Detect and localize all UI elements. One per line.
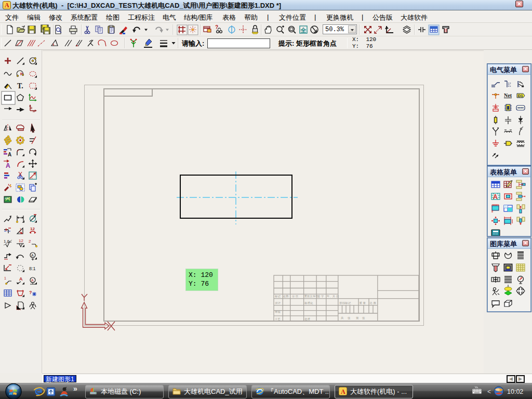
svg-text:审核: 审核	[275, 310, 281, 313]
svg-text:D1: D1	[518, 94, 524, 98]
svg-text:Net: Net	[504, 92, 512, 98]
svg-text:A: A	[19, 276, 23, 282]
svg-text:A: A	[31, 278, 34, 282]
svg-text:分 区: 分 区	[292, 295, 299, 298]
svg-text:重 量: 重 量	[360, 301, 366, 304]
svg-text:处数: 处数	[283, 295, 289, 298]
svg-text:阶段标记: 阶段标记	[340, 301, 351, 305]
svg-text:P: P	[20, 72, 23, 76]
svg-text:批准: 批准	[304, 317, 310, 321]
svg-text:标记: 标记	[274, 295, 281, 298]
svg-text:8:1: 8:1	[29, 266, 36, 271]
svg-text:A: A	[341, 388, 345, 395]
svg-text:共: 共	[341, 316, 344, 320]
svg-text:标准化: 标准化	[304, 301, 313, 305]
svg-text:1: 1	[4, 276, 6, 280]
svg-text:设计: 设计	[275, 301, 281, 304]
svg-text:2: 2	[29, 239, 31, 244]
svg-text:签 字: 签 字	[317, 295, 324, 298]
svg-text:?: ?	[29, 290, 32, 295]
svg-text:A: A	[493, 193, 498, 201]
svg-text:<: <	[487, 388, 491, 395]
svg-text:A: A	[8, 152, 11, 157]
svg-text:年、月.日: 年、月.日	[327, 295, 339, 298]
svg-text:ABC: ABC	[5, 197, 10, 200]
svg-text:工艺: 工艺	[275, 317, 281, 321]
svg-text:12: 12	[19, 238, 23, 243]
svg-text:12: 12	[30, 227, 35, 231]
svg-text:»: »	[73, 384, 77, 393]
svg-text:A: A	[31, 254, 34, 257]
svg-text:A: A	[6, 162, 10, 169]
svg-text:10:02: 10:02	[507, 388, 523, 395]
svg-text:比 例: 比 例	[370, 301, 376, 305]
svg-text:更改文件号: 更改文件号	[304, 295, 319, 298]
svg-text:张: 张	[362, 316, 365, 320]
svg-text:张: 张	[348, 316, 351, 320]
svg-text:全: 全	[300, 27, 307, 33]
svg-text:第: 第	[356, 316, 359, 320]
svg-text:T.: T.	[17, 82, 23, 90]
